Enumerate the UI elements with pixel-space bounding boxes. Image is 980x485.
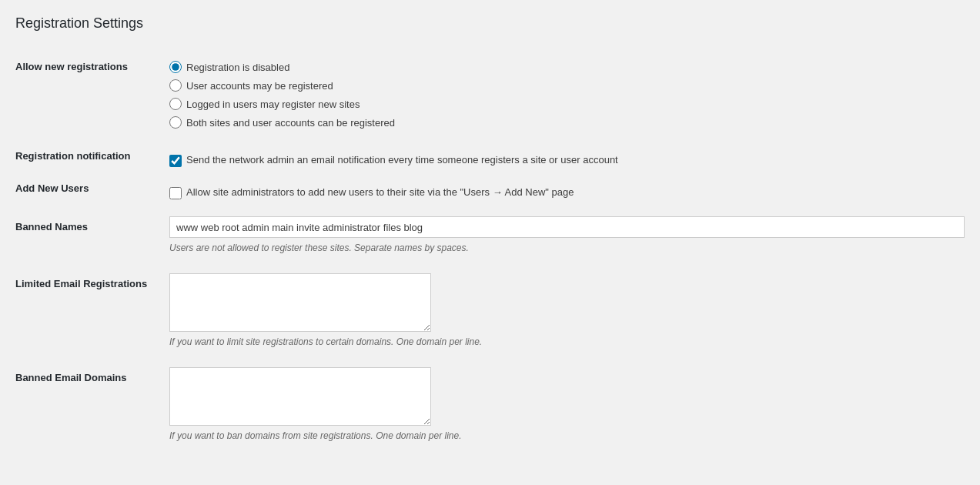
limited-email-label: Limited Email Registrations	[15, 278, 147, 289]
banned-email-domains-label: Banned Email Domains	[15, 372, 126, 383]
limited-email-help: If you want to limit site registrations …	[169, 336, 965, 349]
row-registration-notification: Registration notification Send the netwo…	[15, 142, 965, 175]
checkbox-notification-wrapper: Send the network admin an email notifica…	[169, 153, 965, 167]
banned-names-input[interactable]	[169, 216, 965, 238]
registration-notification-label: Registration notification	[15, 150, 131, 162]
radio-registration-both[interactable]	[169, 116, 182, 129]
radio-label-both[interactable]: Both sites and user accounts can be regi…	[186, 117, 395, 129]
row-banned-names: Banned Names Users are not allowed to re…	[15, 207, 965, 263]
checkbox-add-new-users[interactable]	[169, 187, 182, 199]
radio-registration-disabled[interactable]	[169, 61, 182, 73]
add-new-users-label: Add New Users	[15, 182, 89, 194]
settings-table: Allow new registrations Registration is …	[15, 53, 965, 450]
limited-email-textarea[interactable]	[169, 273, 431, 332]
banned-email-domains-textarea[interactable]	[169, 367, 431, 426]
row-add-new-users: Add New Users Allow site administrators …	[15, 175, 965, 207]
row-banned-email-domains: Banned Email Domains If you want to ban …	[15, 356, 965, 450]
allow-registrations-label: Allow new registrations	[15, 61, 128, 72]
checkbox-notification-label[interactable]: Send the network admin an email notifica…	[186, 153, 618, 167]
checkbox-add-users-label[interactable]: Allow site administrators to add new use…	[186, 186, 574, 199]
page-title: Registration Settings	[15, 15, 965, 38]
checkbox-registration-notification[interactable]	[169, 155, 182, 167]
banned-names-label: Banned Names	[15, 221, 88, 232]
banned-email-domains-help: If you want to ban domains from site reg…	[169, 430, 965, 443]
radio-label-user-accounts[interactable]: User accounts may be registered	[186, 80, 333, 92]
radio-registration-user-accounts[interactable]	[169, 79, 182, 92]
radio-option-logged-in: Logged in users may register new sites	[169, 98, 965, 110]
radio-label-logged-in[interactable]: Logged in users may register new sites	[186, 99, 360, 110]
row-allow-registrations: Allow new registrations Registration is …	[15, 53, 965, 142]
radio-option-both: Both sites and user accounts can be regi…	[169, 116, 965, 129]
checkbox-add-users-wrapper: Allow site administrators to add new use…	[169, 186, 965, 199]
banned-names-help: Users are not allowed to register these …	[169, 242, 965, 255]
radio-option-user-accounts: User accounts may be registered	[169, 79, 965, 92]
radio-label-disabled[interactable]: Registration is disabled	[186, 62, 289, 73]
radio-option-disabled: Registration is disabled	[169, 61, 965, 73]
row-limited-email-registrations: Limited Email Registrations If you want …	[15, 263, 965, 356]
radio-registration-logged-in[interactable]	[169, 98, 182, 110]
